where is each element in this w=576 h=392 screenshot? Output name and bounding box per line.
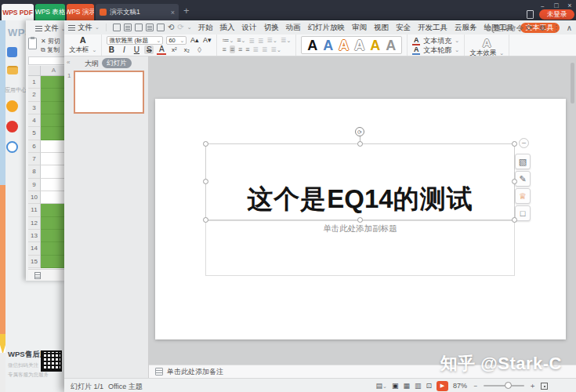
row-number-14[interactable]: 14 — [28, 242, 41, 255]
row-number-8[interactable]: 8 — [28, 165, 41, 178]
menu-插入[interactable]: 插入 — [219, 22, 236, 34]
subtitle-placeholder-text[interactable]: 单击此处添加副标题 — [205, 223, 515, 234]
sheet-cell-a14[interactable] — [41, 242, 67, 255]
bold-button[interactable]: B — [107, 45, 116, 54]
beautify-icon[interactable]: ♕ — [515, 188, 531, 204]
row-number-12[interactable]: 12 — [28, 217, 41, 230]
shape-format-icon[interactable]: □ — [515, 205, 531, 221]
align-justify-icon[interactable]: ≡ — [245, 45, 249, 53]
selection-handle-s[interactable] — [357, 217, 363, 223]
align-left-icon[interactable]: ≡ — [222, 45, 226, 53]
collapse-panel-icon[interactable]: « — [67, 59, 70, 66]
open-folder-icon[interactable] — [7, 66, 18, 74]
align-center-icon[interactable]: ≡ — [230, 45, 235, 53]
document-tab[interactable]: 演示文稿1 × — [96, 4, 179, 20]
slideshow-play-button[interactable]: ▶ — [437, 381, 448, 391]
slide-thumbnail[interactable] — [74, 71, 144, 114]
align-right-icon[interactable]: ≡ — [238, 45, 242, 53]
sheet-file-menu[interactable]: 文件 ⌄ — [35, 24, 66, 34]
row-number-15[interactable]: 15 — [28, 256, 41, 268]
menu-审阅[interactable]: 审阅 — [351, 22, 368, 34]
close-window-button[interactable]: × — [565, 2, 574, 9]
decrease-font-icon[interactable]: A▾ — [202, 36, 212, 45]
row-number-2[interactable]: 2 — [28, 89, 41, 101]
selection-handle-se[interactable] — [512, 217, 517, 223]
app-tab-wps-show[interactable]: WPS 演示 — [67, 4, 94, 20]
indent-increase-icon[interactable]: ≣ — [258, 37, 264, 45]
quickbar-more-icon[interactable]: ⌄ — [187, 24, 192, 31]
sheet-cell-a6[interactable] — [41, 140, 67, 153]
copy-button[interactable]: ⧉ 复制 — [41, 45, 60, 54]
selection-handle-e[interactable] — [512, 179, 517, 184]
strikethrough-button[interactable]: S — [144, 45, 154, 54]
font-color-button[interactable]: A — [157, 45, 166, 55]
subscript-button[interactable]: x₂ — [182, 45, 191, 54]
superscript-button[interactable]: x² — [169, 45, 179, 54]
sheet-cell-a4[interactable] — [41, 114, 67, 127]
rotation-handle[interactable]: ⟳ — [355, 127, 364, 136]
sheet-cell-a8[interactable] — [41, 165, 67, 178]
command-search[interactable]: 查找命令 — [486, 24, 523, 34]
close-tab-icon[interactable]: × — [171, 9, 175, 16]
print-preview-icon[interactable] — [157, 24, 165, 31]
text-outline-button[interactable]: A 文本轮廓 ⌄ — [412, 45, 459, 55]
bullet-list-icon[interactable]: ≔⌄ — [222, 36, 234, 45]
app-tab-wps-pdf[interactable]: WPS PDF — [2, 4, 34, 20]
wordart-style-gray[interactable]: A — [386, 38, 396, 53]
slides-tab[interactable]: 幻灯片 — [102, 58, 132, 68]
text-direction-icon[interactable]: ≣⌄ — [266, 36, 277, 45]
distribute-icon[interactable]: ≣ — [252, 45, 259, 53]
sheet-cell-a13[interactable] — [41, 230, 67, 242]
canvas-scrollbar[interactable] — [571, 61, 574, 359]
undo-icon[interactable]: ⟲ — [168, 24, 174, 31]
save-icon[interactable] — [135, 24, 143, 31]
object-properties-icon[interactable]: ▧ — [515, 154, 531, 169]
selection-handle-sw[interactable] — [203, 217, 208, 223]
sheet-cell-a12[interactable] — [41, 217, 67, 230]
row-number-10[interactable]: 10 — [28, 191, 41, 204]
gear-icon[interactable]: ⚙ — [539, 24, 546, 32]
edit-pencil-icon[interactable]: ✎ — [515, 171, 531, 187]
sheet-cell-a5[interactable] — [41, 127, 67, 140]
menu-设计[interactable]: 设计 — [241, 22, 258, 34]
docer-icon[interactable] — [6, 121, 18, 132]
paragraph-settings-icon[interactable]: ≣⌄ — [271, 45, 281, 54]
row-number-1[interactable]: 1 — [28, 76, 41, 89]
sheet-cell-a11[interactable] — [41, 204, 67, 216]
collapse-float-toolbar-icon[interactable]: – — [519, 138, 529, 148]
clear-format-icon[interactable]: ◊ — [194, 45, 204, 54]
wps-member-icon[interactable] — [6, 100, 18, 112]
select-all-corner[interactable] — [28, 66, 41, 75]
menu-幻灯片放映[interactable]: 幻灯片放映 — [307, 22, 346, 34]
menu-安全[interactable]: 安全 — [395, 22, 411, 34]
app-tab-wps-sheet[interactable]: WPS 表格 — [35, 4, 65, 20]
zoom-in-button[interactable]: ＋ — [529, 382, 536, 390]
zoom-slider-handle[interactable] — [505, 382, 512, 389]
redo-icon[interactable]: ⟳ — [177, 24, 183, 31]
column-header-a[interactable]: A — [41, 66, 67, 75]
menu-视图[interactable]: 视图 — [373, 22, 389, 34]
sheet-cell-a1[interactable] — [41, 76, 67, 89]
row-number-13[interactable]: 13 — [28, 230, 41, 242]
collapse-ribbon-icon[interactable]: ∧ — [567, 24, 572, 32]
paste-icon[interactable] — [28, 38, 37, 49]
font-family-select[interactable]: 微软雅黑 (标题⌄ — [107, 36, 163, 45]
notes-toggle-icon[interactable]: ▤⌄ — [376, 382, 387, 390]
row-number-6[interactable]: 6 — [28, 140, 41, 153]
slide-sorter-icon[interactable]: ▦ — [403, 382, 410, 390]
handout-view-icon[interactable]: ⊡ — [426, 382, 432, 390]
reading-view-icon[interactable]: ▥ — [415, 382, 422, 390]
zoom-level[interactable]: 87% — [453, 382, 467, 390]
font-size-select[interactable]: 60⌄ — [166, 36, 187, 45]
underline-button[interactable]: U — [132, 45, 141, 54]
italic-button[interactable]: I — [119, 45, 129, 54]
wordart-style-white-hollow[interactable]: A — [354, 38, 364, 53]
cloud-docs-icon[interactable] — [6, 141, 18, 153]
print-icon[interactable] — [146, 24, 154, 31]
slide-title-text[interactable]: 这个是EQ14的测试 — [205, 185, 515, 213]
numbered-list-icon[interactable]: ≡⌄ — [237, 36, 245, 45]
row-number-3[interactable]: 3 — [28, 102, 41, 114]
fit-slide-icon[interactable] — [541, 383, 548, 390]
line-spacing-icon[interactable]: ≣⌄ — [281, 36, 291, 45]
selection-handle-n[interactable] — [357, 141, 363, 147]
